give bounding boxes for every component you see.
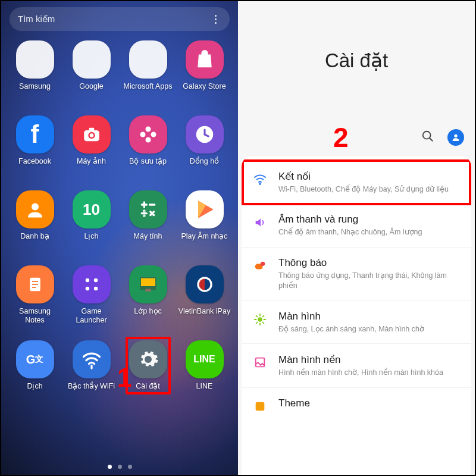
svg-point-4 [145,127,151,132]
app-google[interactable]: Google [64,40,119,111]
app-label: Dịch [27,382,42,391]
more-options-icon[interactable] [209,15,221,24]
svg-rect-53 [256,402,265,411]
app-game-launcher[interactable]: Game Launcher [64,265,119,336]
app-danh-bạ[interactable]: Danh bạ [7,190,62,261]
svg-rect-33 [145,289,151,292]
svg-point-2 [89,133,93,137]
notif-icon [252,258,268,274]
gear-icon [129,340,167,378]
home-screen: Tìm kiếm SamsungGoogleMicrosoft AppsGala… [1,1,238,475]
app-label: Samsung [19,82,51,91]
svg-rect-52 [256,358,265,367]
camera-icon [73,115,111,154]
svg-point-17 [143,211,144,211]
app-label: Samsung Notes [9,307,61,325]
setting-text: Thông báoThông báo ứng dụng, Thanh trạng… [278,257,461,291]
settings-toolbar: 2 [238,119,475,156]
search-icon[interactable] [421,130,434,145]
svg-point-18 [143,215,144,216]
setting-item-sound[interactable]: Âm thanh và rungChế độ âm thanh, Nhạc ch… [242,204,471,248]
svg-line-38 [430,138,433,142]
annotation-highlight-1: Cài đặt [126,337,171,394]
svg-line-49 [263,322,264,323]
svg-point-6 [140,132,145,137]
svg-rect-32 [141,278,155,287]
app-label: LINE [196,382,213,391]
setting-title: Theme [278,397,461,409]
app-play-âm-nhạc[interactable]: Play Âm nhạc [177,190,232,261]
line-icon: LINE [186,340,224,378]
svg-point-39 [454,134,457,137]
app-label: Máy ảnh [77,157,106,166]
sound-icon [252,215,268,230]
setting-desc: Độ sáng, Lọc ánh sáng xanh, Màn hình chờ [278,324,461,334]
svg-point-29 [85,287,89,291]
annotation-step-1: 1 [117,363,131,393]
app-dịch[interactable]: G文Dịch [7,340,62,411]
app-label: Facebook [18,157,51,166]
setting-item-wallpaper[interactable]: Màn hình nềnHình nền màn hình chờ, Hình … [242,344,471,388]
app-đồng-hồ[interactable]: Đồng hồ [177,115,232,186]
bag-icon [186,40,224,79]
search-bar[interactable]: Tìm kiếm [10,7,230,31]
app-máy-ảnh[interactable]: Máy ảnh [64,115,119,186]
svg-line-51 [263,315,264,317]
app-vietinbank-ipay[interactable]: VietinBank iPay [177,265,232,336]
setting-title: Màn hình nền [278,353,461,366]
setting-desc: Chế độ âm thanh, Nhạc chuông, Âm lượng [278,227,461,237]
app-label: Play Âm nhạc [181,232,227,241]
app-bộ-sưu-tập[interactable]: Bộ sưu tập [120,115,176,186]
setting-title: Thông báo [278,257,461,269]
app-label: VietinBank iPay [178,307,230,316]
app-grid: SamsungGoogleMicrosoft AppsGalaxy Storef… [1,35,238,411]
setting-item-display[interactable]: Màn hìnhĐộ sáng, Lọc ánh sáng xanh, Màn … [242,301,471,345]
svg-point-42 [261,261,265,265]
account-avatar-icon[interactable] [447,129,464,146]
setting-item-wifi[interactable]: Kết nốiWi-Fi, Bluetooth, Chế độ Máy bay,… [242,159,471,205]
app-samsung[interactable]: Samsung [7,40,62,111]
playmusic-icon [186,190,224,228]
contact-icon [16,190,54,228]
app-máy-tính[interactable]: Máy tính [120,190,176,261]
setting-text: Kết nốiWi-Fi, Bluetooth, Chế độ Máy bay,… [278,170,461,195]
app-facebook[interactable]: fFacebook [7,115,62,186]
clock-icon [186,115,224,154]
app-bậc-thầy-wifi[interactable]: Bậc thầy WiFi [64,340,119,411]
app-samsung-notes[interactable]: Samsung Notes [7,265,62,336]
app-lớp-học[interactable]: Lớp học [120,265,176,336]
setting-item-theme[interactable]: Theme [242,388,471,424]
app-label: Lớp học [134,307,162,316]
setting-item-notif[interactable]: Thông báoThông báo ứng dụng, Thanh trạng… [242,248,471,301]
calc-icon [129,190,167,228]
annotation-step-2: 2 [333,121,349,154]
translate-icon: G文 [16,340,54,378]
svg-point-43 [258,317,262,321]
setting-desc: Hình nền màn hình chờ, Hình nền màn hình… [278,368,461,378]
setting-title: Âm thanh và rung [278,214,461,226]
svg-point-5 [145,137,151,143]
svg-point-40 [259,183,261,184]
app-line[interactable]: LINELINE [177,340,232,411]
setting-text: Âm thanh và rungChế độ âm thanh, Nhạc ch… [278,214,461,237]
svg-rect-3 [89,128,94,131]
folder-icon [129,40,167,79]
svg-line-50 [256,322,258,323]
app-label: Lịch [84,232,98,241]
setting-desc: Wi-Fi, Bluetooth, Chế độ Máy bay, Sử dụn… [278,184,461,195]
setting-title: Màn hình [278,311,461,322]
svg-point-28 [93,278,98,283]
app-label: Đồng hồ [190,157,219,166]
app-galaxy-store[interactable]: Galaxy Store [177,40,232,111]
page-title: Cài đặt [325,49,388,72]
page-indicator[interactable] [1,465,238,469]
app-microsoft-apps[interactable]: Microsoft Apps [120,40,176,111]
svg-line-48 [256,315,258,317]
fb-icon: f [16,115,54,154]
setting-text: Màn hìnhĐộ sáng, Lọc ánh sáng xanh, Màn … [278,311,461,334]
app-label: Galaxy Store [183,82,226,91]
app-lịch[interactable]: 10Lịch [64,190,119,261]
app-label: Microsoft Apps [124,82,173,91]
svg-point-27 [85,278,89,283]
svg-point-12 [32,203,39,211]
